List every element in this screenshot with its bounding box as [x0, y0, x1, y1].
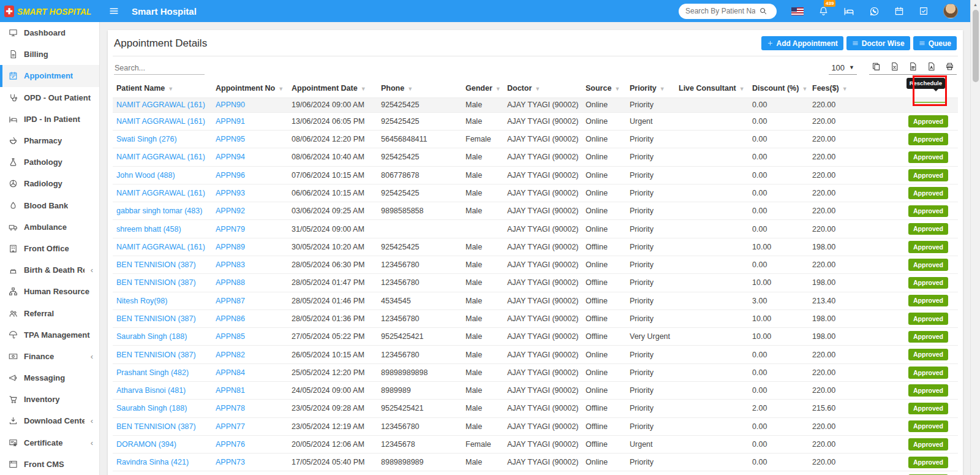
sidebar-item-appointment[interactable]: Appointment ‹: [0, 65, 99, 86]
page-size-select[interactable]: 100▼: [829, 63, 857, 75]
patient-link[interactable]: BEN TENNISION (387): [116, 314, 196, 323]
patient-link[interactable]: gabbar singh tomar (483): [116, 207, 202, 215]
sidebar-item-certificate[interactable]: Certificate ‹: [0, 432, 99, 454]
patient-link[interactable]: NAMIT AGGRAWAL (161): [116, 117, 205, 126]
appointment-no-link[interactable]: APPN79: [216, 225, 245, 234]
patient-link[interactable]: Nitesh Roy(98): [116, 297, 167, 305]
appointment-no-link[interactable]: APPN81: [216, 386, 245, 395]
column-header[interactable]: Priority▼: [626, 80, 675, 98]
sidebar-item-tpa-management[interactable]: TPA Management ‹: [0, 324, 99, 346]
appointment-no-link[interactable]: APPN82: [216, 351, 245, 359]
user-avatar[interactable]: [943, 4, 958, 18]
patient-link[interactable]: Swati Singh (276): [116, 135, 177, 143]
column-header[interactable]: Patient Name▼: [113, 80, 212, 98]
table-search-input[interactable]: [114, 62, 205, 75]
sidebar-item-dashboard[interactable]: Dashboard ‹: [0, 22, 99, 44]
appointment-no-link[interactable]: APPN73: [216, 458, 245, 466]
patient-link[interactable]: Prashant Singh (482): [116, 368, 189, 377]
pdf-icon[interactable]: [927, 62, 936, 71]
csv-icon[interactable]: [908, 62, 918, 71]
patient-link[interactable]: BEN TENNISION (387): [116, 351, 196, 359]
appointment-no-link[interactable]: APPN89: [216, 243, 245, 251]
appointment-date: 27/05/2024 05:22 PM: [288, 328, 377, 346]
column-header[interactable]: Fees($)▼: [809, 80, 870, 98]
sidebar-item-billing[interactable]: Billing ‹: [0, 44, 99, 65]
sidebar-item-blood-bank[interactable]: Blood Bank ‹: [0, 195, 99, 216]
sidebar-item-front-office[interactable]: Front Office ‹: [0, 238, 99, 259]
copy-icon[interactable]: [872, 62, 881, 71]
appointment-no-link[interactable]: APPN83: [216, 260, 245, 269]
sidebar-item-pharmacy[interactable]: Pharmacy ‹: [0, 130, 99, 151]
whatsapp-icon[interactable]: [869, 6, 880, 17]
patient-link[interactable]: BEN TENNISION (387): [116, 278, 196, 287]
appointment-no-link[interactable]: APPN86: [216, 314, 245, 323]
appointment-no-link[interactable]: APPN94: [216, 153, 245, 161]
column-header[interactable]: Live Consultant▼: [675, 80, 748, 98]
patient-link[interactable]: Saurabh Singh (188): [116, 404, 187, 412]
add-appointment-button[interactable]: Add Appointment: [761, 36, 843, 50]
column-header[interactable]: Gender▼: [462, 80, 503, 98]
sidebar-item-human-resource[interactable]: Human Resource ‹: [0, 281, 99, 302]
patient-link[interactable]: NAMIT AGGRAWAL (161): [116, 101, 205, 109]
notification-bell-icon[interactable]: 439: [818, 6, 829, 17]
column-header[interactable]: Appointment Date▼: [288, 80, 377, 98]
appointment-no-link[interactable]: APPN84: [216, 368, 245, 377]
appointment-no-link[interactable]: APPN95: [216, 135, 245, 143]
sidebar-item-front-cms[interactable]: Front CMS ‹: [0, 454, 99, 475]
patient-link[interactable]: John Wood (488): [116, 171, 175, 180]
column-header[interactable]: Phone▼: [377, 80, 462, 98]
language-flag-icon[interactable]: [791, 7, 804, 15]
appointment-no-link[interactable]: APPN93: [216, 189, 245, 197]
patient-link[interactable]: Saurabh Singh (188): [116, 332, 187, 341]
patient-link[interactable]: NAMIT AGGRAWAL (161): [116, 189, 205, 197]
sidebar-item-download-center[interactable]: Download Center ‹: [0, 410, 99, 431]
column-header[interactable]: Source▼: [582, 80, 626, 98]
appointment-no-link[interactable]: APPN88: [216, 278, 245, 287]
appointment-no-link[interactable]: APPN76: [216, 440, 245, 449]
app-logo[interactable]: ✚ SMART HOSPITAL: [0, 0, 100, 22]
sidebar-item-birth-death-record[interactable]: Birth & Death Record ‹: [0, 259, 99, 281]
scroll-up-icon[interactable]: ▲: [973, 2, 978, 7]
sidebar-toggle-icon[interactable]: [108, 6, 119, 17]
print-icon[interactable]: [945, 62, 954, 71]
appointment-no-link[interactable]: APPN96: [216, 171, 245, 180]
appointment-no-link[interactable]: APPN87: [216, 297, 245, 305]
appointment-no-link[interactable]: APPN77: [216, 422, 245, 431]
column-header[interactable]: Doctor▼: [503, 80, 582, 98]
doctor-wise-button[interactable]: Doctor Wise: [846, 36, 910, 50]
patient-link[interactable]: NAMIT AGGRAWAL (161): [116, 153, 205, 161]
bed-availability-icon[interactable]: [843, 6, 854, 17]
patient-link[interactable]: shreem bhatt (458): [116, 225, 181, 234]
column-header[interactable]: Discount (%)▼: [748, 80, 809, 98]
sidebar-item-ipd-in-patient[interactable]: IPD - In Patient ‹: [0, 108, 99, 130]
appointment-no-link[interactable]: APPN85: [216, 332, 245, 341]
sidebar-item-inventory[interactable]: Inventory ‹: [0, 389, 99, 410]
sidebar-item-opd-out-patient[interactable]: OPD - Out Patient ‹: [0, 87, 99, 108]
patient-link[interactable]: Atharva Bisnoi (481): [116, 386, 186, 395]
appointment-no-link[interactable]: APPN91: [216, 117, 245, 126]
patient-link[interactable]: BEN TENNISION (387): [116, 422, 196, 431]
sidebar-item-referral[interactable]: Referral ‹: [0, 302, 99, 324]
page-scrollbar[interactable]: ▲: [970, 0, 980, 475]
search-icon[interactable]: [759, 7, 767, 15]
queue-button[interactable]: Queue: [913, 36, 957, 50]
patient-link[interactable]: DORAMON (394): [116, 440, 176, 449]
column-header[interactable]: Appointment No▼: [212, 80, 288, 98]
patient-link[interactable]: Ravindra Sinha (421): [116, 458, 189, 466]
live-consultant: [675, 131, 748, 148]
excel-icon[interactable]: [890, 62, 899, 71]
appointment-no-link[interactable]: APPN78: [216, 404, 245, 412]
sidebar-item-ambulance[interactable]: Ambulance ‹: [0, 216, 99, 238]
appointment-no-link[interactable]: APPN92: [216, 207, 245, 215]
patient-link[interactable]: BEN TENNISION (387): [116, 260, 196, 269]
sidebar-item-pathology[interactable]: Pathology ‹: [0, 151, 99, 173]
tasks-icon[interactable]: [919, 6, 929, 16]
calendar-icon[interactable]: [894, 6, 904, 16]
patient-search-input[interactable]: [684, 6, 756, 16]
sidebar-item-radiology[interactable]: Radiology ‹: [0, 173, 99, 194]
sidebar-item-messaging[interactable]: Messaging ‹: [0, 367, 99, 389]
scrollbar-thumb[interactable]: [973, 10, 979, 82]
patient-link[interactable]: NAMIT AGGRAWAL (161): [116, 243, 205, 251]
appointment-no-link[interactable]: APPN90: [216, 101, 245, 109]
sidebar-item-finance[interactable]: Finance ‹: [0, 346, 99, 367]
